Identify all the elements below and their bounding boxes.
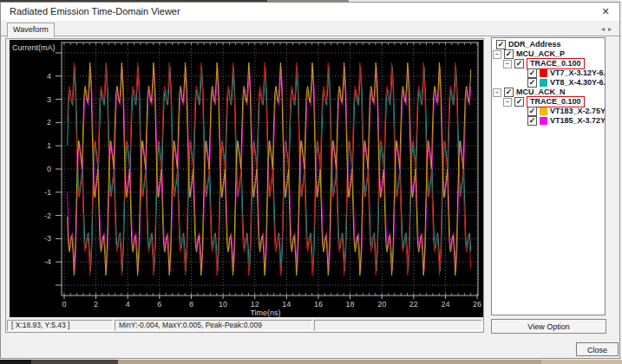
- svg-text:2: 2: [47, 118, 51, 127]
- trace-color-swatch: [540, 79, 547, 87]
- tree-item-label[interactable]: VT185_X-3.72Y-7.77: [550, 116, 606, 126]
- svg-text:-4: -4: [44, 257, 51, 266]
- trace-color-swatch: [540, 107, 547, 115]
- svg-text:Time(ns): Time(ns): [250, 309, 280, 317]
- tree-row: ✓VT7_X-3.12Y-6.87: [492, 68, 605, 78]
- view-option-button[interactable]: View Option: [491, 319, 606, 334]
- svg-text:22: 22: [409, 300, 418, 309]
- tree-checkbox[interactable]: ✓: [504, 49, 514, 59]
- tab-scroll-right-icon[interactable]: ▸: [608, 25, 615, 33]
- tab-strip: Waveform ◂▸: [1, 21, 619, 36]
- title-bar: Radiated Emission Time-Domain Viewer ✕: [1, 3, 619, 22]
- desktop-edge-bottom: [0, 360, 622, 364]
- svg-text:14: 14: [282, 300, 291, 309]
- tree-checkbox[interactable]: ✓: [527, 78, 537, 88]
- tree-item-label[interactable]: DDR_Address: [508, 40, 561, 49]
- signal-tree[interactable]: ✓DDR_Address−✓MCU_ACK_P−✓TRACE_0.100✓VT7…: [491, 37, 606, 315]
- svg-text:16: 16: [314, 300, 323, 309]
- tree-collapse-icon[interactable]: −: [503, 98, 512, 107]
- tree-item-label[interactable]: VT7_X-3.12Y-6.87: [550, 68, 606, 78]
- window-title: Radiated Emission Time-Domain Viewer: [10, 6, 180, 16]
- stats-readout: MinY:-0.004, MaxY:0.005, Peak-Peak:0.009: [115, 320, 312, 331]
- svg-text:2: 2: [94, 300, 98, 309]
- tree-row: ✓DDR_Address: [492, 40, 605, 49]
- content-area: 43210-1-2-3-402468101214161820222426Curr…: [1, 36, 619, 358]
- tree-row: −✓TRACE_0.100: [492, 97, 605, 107]
- svg-text:6: 6: [157, 300, 161, 309]
- svg-text:1: 1: [47, 141, 51, 150]
- trace-color-swatch: [540, 117, 547, 125]
- tree-checkbox[interactable]: ✓: [514, 59, 524, 68]
- svg-text:8: 8: [189, 300, 193, 309]
- chart-canvas[interactable]: 43210-1-2-3-402468101214161820222426Curr…: [10, 40, 483, 317]
- waveform-chart[interactable]: 43210-1-2-3-402468101214161820222426Curr…: [10, 40, 483, 317]
- chart-status-bar: [ X:18.93, Y:5.43 ] MinY:-0.004, MaxY:0.…: [7, 320, 482, 331]
- svg-text:10: 10: [219, 300, 227, 309]
- tree-row: ✓VT185_X-3.72Y-7.77: [492, 116, 605, 126]
- tree-collapse-icon[interactable]: −: [493, 50, 501, 59]
- svg-text:18: 18: [346, 300, 355, 309]
- tree-collapse-icon[interactable]: −: [493, 88, 501, 97]
- close-button[interactable]: Close: [576, 342, 619, 356]
- tree-collapse-icon[interactable]: −: [503, 60, 512, 68]
- tab-scroll-buttons[interactable]: ◂▸: [601, 25, 615, 33]
- svg-text:20: 20: [377, 300, 386, 309]
- tree-checkbox[interactable]: ✓: [504, 88, 514, 97]
- svg-text:24: 24: [441, 300, 449, 309]
- trace-color-swatch: [540, 69, 547, 77]
- svg-text:12: 12: [251, 300, 259, 309]
- tree-checkbox[interactable]: ✓: [527, 68, 537, 78]
- svg-text:-1: -1: [44, 188, 51, 197]
- status-spacer: [314, 320, 482, 331]
- window-close-icon[interactable]: ✕: [599, 5, 612, 18]
- tree-row: ✓VT8_X-4.30Y-6.87: [492, 78, 605, 88]
- tree-row: ✓VT183_X-2.75Y-6.80: [492, 107, 605, 116]
- tree-checkbox[interactable]: ✓: [514, 97, 524, 107]
- tab-waveform[interactable]: Waveform: [7, 23, 55, 37]
- tree-checkbox[interactable]: ✓: [527, 107, 537, 116]
- tree-row: −✓TRACE_0.100: [492, 59, 605, 68]
- tree-item-label[interactable]: VT183_X-2.75Y-6.80: [550, 107, 606, 116]
- svg-text:Current(mA): Current(mA): [12, 43, 56, 52]
- cursor-readout: [ X:18.93, Y:5.43 ]: [7, 320, 113, 331]
- svg-text:4: 4: [47, 72, 51, 81]
- chart-panel: 43210-1-2-3-402468101214161820222426Curr…: [5, 38, 484, 333]
- svg-text:-2: -2: [44, 211, 51, 220]
- svg-text:-3: -3: [44, 234, 51, 243]
- svg-text:4: 4: [126, 300, 130, 309]
- svg-text:0: 0: [62, 300, 66, 309]
- app-window: Radiated Emission Time-Domain Viewer ✕ W…: [0, 2, 620, 359]
- svg-text:26: 26: [473, 300, 481, 309]
- tree-checkbox[interactable]: ✓: [527, 116, 537, 126]
- svg-text:3: 3: [47, 95, 51, 104]
- tree-checkbox[interactable]: ✓: [496, 40, 506, 49]
- svg-text:0: 0: [47, 165, 51, 173]
- tab-scroll-left-icon[interactable]: ◂: [601, 25, 608, 33]
- tree-item-label[interactable]: VT8_X-4.30Y-6.87: [550, 78, 606, 88]
